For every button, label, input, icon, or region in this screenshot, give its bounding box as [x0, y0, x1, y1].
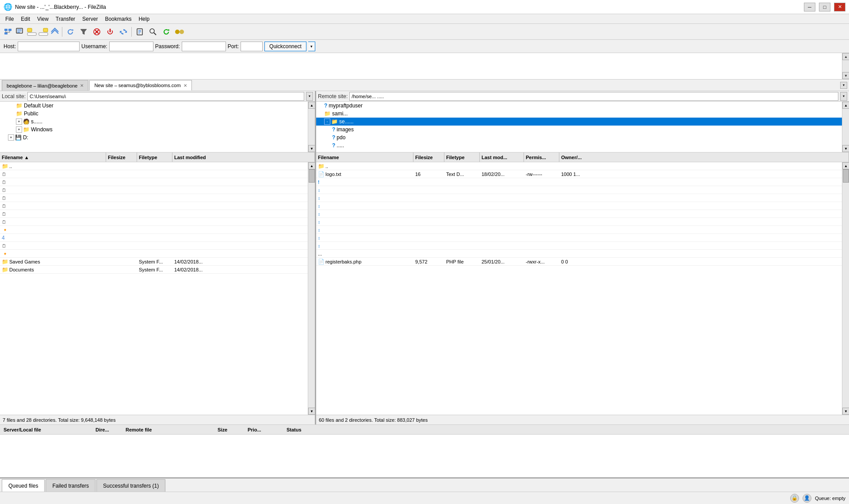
quickconnect-dropdown[interactable]: ▾	[308, 42, 315, 51]
remote-file-row-parent[interactable]: 📁 ..	[316, 162, 842, 170]
local-file-row-8[interactable]: 🔸	[0, 226, 308, 234]
local-tree-scroll-down[interactable]: ▼	[308, 145, 315, 152]
maximize-button[interactable]: □	[819, 3, 830, 11]
remote-tree-mypraft[interactable]: ? mypraftpduser	[316, 102, 842, 110]
toggle-local-tree-btn[interactable]	[27, 27, 37, 37]
add-bookmark-btn[interactable]	[134, 26, 146, 38]
password-input[interactable]	[182, 42, 226, 51]
tab-beaglebone-close[interactable]: ✕	[80, 83, 84, 88]
tree-expand-d[interactable]: +	[8, 134, 14, 141]
local-file-thumb[interactable]	[309, 169, 315, 183]
remote-path-input[interactable]	[349, 92, 838, 101]
status-icon-1[interactable]: 🔒	[790, 494, 799, 503]
remote-file-row-dots[interactable]: ...	[316, 250, 842, 258]
remote-file-row-r2[interactable]: ↕	[316, 194, 842, 202]
tab-beaglebone[interactable]: beaglebone – lilian@beaglebone ✕	[2, 80, 88, 91]
compare-btn[interactable]	[173, 26, 186, 38]
local-tree-s[interactable]: + 🧑 s......	[0, 118, 308, 126]
remote-file-vscroll[interactable]: ▲ ▼	[842, 162, 849, 415]
menu-edit[interactable]: Edit	[17, 15, 34, 23]
local-file-row-saved-games[interactable]: 📁 Saved Games System F... 14/02/2018...	[0, 258, 308, 266]
stop-btn[interactable]	[104, 26, 116, 38]
tree-expand-s[interactable]: +	[16, 118, 22, 125]
tree-expand-windows[interactable]: +	[16, 126, 22, 133]
reconnect-btn[interactable]	[117, 26, 130, 38]
toggle-remote-tree-btn[interactable]	[38, 27, 49, 37]
transfer-col-remote[interactable]: Remote file	[124, 427, 212, 432]
remote-file-scroll-down[interactable]: ▼	[842, 408, 849, 415]
remote-file-scroll-up[interactable]: ▲	[842, 162, 849, 169]
local-file-row-documents[interactable]: 📁 Documents System F... 14/02/2018...	[0, 266, 308, 274]
local-file-row-2[interactable]: 🗒	[0, 178, 308, 186]
minimize-button[interactable]: ─	[804, 3, 815, 11]
remote-file-row-r5[interactable]: ↕	[316, 218, 842, 226]
tab-queued-files[interactable]: Queued files	[2, 479, 45, 492]
log-scroll-up2[interactable]: ▲	[842, 53, 849, 60]
local-path-input[interactable]	[27, 92, 304, 101]
remote-tree-images[interactable]: ? images	[316, 126, 842, 134]
tab-newsite-close[interactable]: ✕	[184, 83, 187, 88]
menu-file[interactable]: File	[2, 15, 17, 23]
remote-tree-pdo[interactable]: ? pdo	[316, 134, 842, 141]
status-icon-2[interactable]: 👤	[803, 494, 811, 503]
remote-file-row-r8[interactable]: ↕	[316, 242, 842, 250]
local-tree-public[interactable]: 📁 Public	[0, 110, 308, 118]
local-file-row-7[interactable]: 🗒	[0, 218, 308, 226]
remote-file-thumb[interactable]	[843, 169, 849, 183]
menu-bookmarks[interactable]: Bookmarks	[101, 15, 135, 23]
local-tree-default-user[interactable]: 📁 Default User	[0, 102, 308, 110]
menu-help[interactable]: Help	[135, 15, 153, 23]
menu-transfer[interactable]: Transfer	[52, 15, 79, 23]
tab-dropdown[interactable]: ▾	[840, 82, 847, 89]
site-manager-btn[interactable]	[2, 26, 14, 38]
transfer-col-dir[interactable]: Dire...	[94, 427, 120, 432]
remote-path-dropdown[interactable]: ▾	[840, 92, 847, 101]
remote-col-modified[interactable]: Last mod...	[480, 153, 524, 162]
remote-col-filesize[interactable]: Filesize	[413, 153, 444, 162]
local-file-row-parent[interactable]: 📁 ..	[0, 162, 308, 170]
quickconnect-button[interactable]: Quickconnect	[264, 42, 306, 51]
remote-tree-se[interactable]: - 📁 se......	[316, 118, 842, 126]
local-tree-windows[interactable]: + 📁 Windows	[0, 126, 308, 134]
tree-expand-se[interactable]: -	[324, 118, 330, 125]
local-path-dropdown[interactable]: ▾	[306, 92, 313, 101]
remote-col-filename[interactable]: Filename	[316, 153, 413, 162]
remote-tree-scroll-down[interactable]: ▼	[842, 145, 849, 152]
tab-newsite[interactable]: New site – seamus@byblosblooms.com ✕	[89, 80, 191, 91]
local-tree-scroll-up[interactable]: ▲	[308, 102, 315, 109]
search-remote-btn[interactable]	[147, 26, 159, 38]
local-file-vscroll[interactable]: ▲ ▼	[308, 162, 315, 415]
username-input[interactable]	[109, 42, 153, 51]
remote-tree-sami[interactable]: 📁 sami...	[316, 110, 842, 118]
tab-failed-transfers[interactable]: Failed transfers	[46, 479, 96, 492]
transfer-col-size[interactable]: Size	[216, 427, 242, 432]
filter-btn[interactable]	[77, 26, 90, 38]
remote-file-row-logo[interactable]: 📄 logo.txt 16 Text D... 18/02/20... -rw-…	[316, 170, 842, 178]
local-file-row-10[interactable]: 🗒	[0, 242, 308, 250]
remote-file-row-register[interactable]: 📄 registerbaks.php 9,572 PHP file 25/01/…	[316, 258, 842, 266]
log-scroll-down2[interactable]: ▼	[842, 72, 849, 79]
refresh-btn[interactable]	[64, 26, 76, 38]
log-vscroll[interactable]: ▲ ▼	[842, 53, 849, 79]
remote-col-filetype[interactable]: Filetype	[444, 153, 480, 162]
transfer-col-server[interactable]: Server/Local file	[2, 427, 90, 432]
local-tree-vscroll[interactable]: ▲ ▼	[308, 102, 315, 152]
local-col-modified[interactable]: Last modified	[172, 153, 315, 162]
remote-tree-scroll-up[interactable]: ▲	[842, 102, 849, 109]
transfer-col-status[interactable]: Status	[285, 427, 847, 432]
refresh3-btn[interactable]	[160, 26, 172, 38]
local-col-filesize[interactable]: Filesize	[106, 153, 137, 162]
remote-file-row-r1[interactable]: ↕	[316, 186, 842, 194]
cancel-btn[interactable]	[91, 26, 103, 38]
local-file-row-5[interactable]: 🗒	[0, 202, 308, 210]
local-file-row-9[interactable]: 4	[0, 234, 308, 242]
local-tree-d[interactable]: + 💾 D:	[0, 134, 308, 141]
local-file-row-1[interactable]: 🗒	[0, 170, 308, 178]
remote-file-row-r3[interactable]: ↕	[316, 202, 842, 210]
close-button[interactable]: ✕	[834, 3, 845, 11]
local-col-filetype[interactable]: Filetype	[137, 153, 172, 162]
local-file-row-11[interactable]: 🔸	[0, 250, 308, 258]
remote-tree-etc[interactable]: ? .....	[316, 141, 842, 149]
sync-browse-btn[interactable]	[50, 27, 60, 37]
tab-successful-transfers[interactable]: Successful transfers (1)	[96, 479, 165, 492]
